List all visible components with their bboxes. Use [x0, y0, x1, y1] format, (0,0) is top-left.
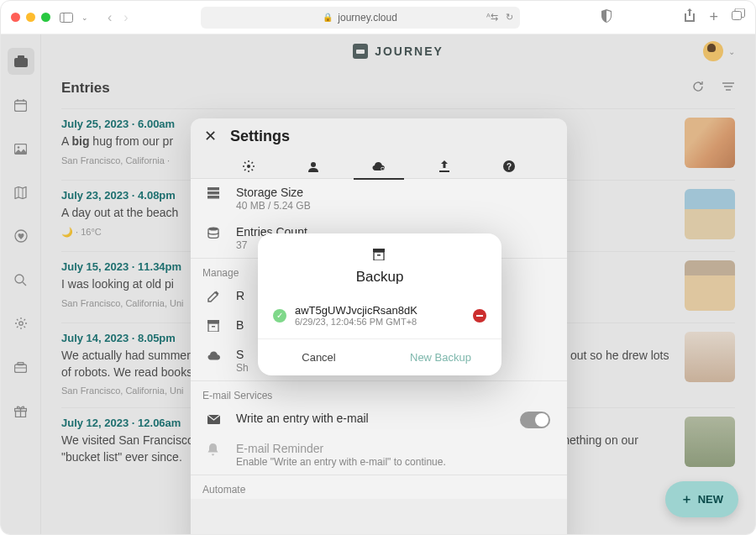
backup-title: Backup [356, 269, 404, 286]
tab-cloud[interactable] [362, 154, 396, 179]
svg-rect-17 [15, 365, 27, 373]
lock-icon: 🔒 [323, 13, 333, 22]
sort-icon[interactable] [722, 80, 735, 97]
settings-title: Settings [230, 128, 290, 145]
forward-icon[interactable]: › [123, 10, 128, 25]
tabs-icon[interactable] [732, 8, 745, 26]
maximize-window-icon[interactable] [41, 13, 50, 22]
bell-icon [207, 443, 223, 459]
backup-dialog: Backup ✓ awT5gUWJvcjicRsan8dK 6/29/23, 1… [258, 233, 501, 375]
new-entry-button[interactable]: ＋ NEW [665, 481, 738, 517]
storage-size-value: 40 MB / 5.24 GB [236, 200, 550, 212]
tab-account[interactable] [297, 154, 330, 179]
tab-help[interactable]: ? [492, 154, 526, 179]
check-icon: ✓ [273, 309, 286, 323]
new-tab-icon[interactable]: + [709, 8, 718, 26]
svg-line-15 [23, 282, 26, 286]
entry-thumbnail [685, 118, 735, 168]
archive-icon [373, 249, 386, 262]
svg-rect-41 [374, 252, 384, 260]
plus-icon: ＋ [680, 491, 693, 507]
backup-timestamp: 6/29/23, 12:04:56 PM GMT+8 [295, 317, 465, 327]
rail-plugins-icon[interactable] [8, 354, 34, 380]
minimize-window-icon[interactable] [26, 13, 35, 22]
back-icon[interactable]: ‹ [108, 10, 112, 25]
svg-rect-34 [207, 196, 219, 199]
chevron-down-icon[interactable]: ⌄ [77, 10, 92, 25]
chevron-down-icon: ⌄ [728, 47, 735, 56]
database-icon [207, 227, 223, 241]
svg-point-29 [381, 167, 384, 170]
rail-media-icon[interactable] [8, 135, 34, 162]
svg-rect-5 [15, 101, 27, 112]
rail-gift-icon[interactable] [8, 397, 34, 424]
rail-wellness-icon[interactable] [8, 223, 34, 249]
refresh-icon[interactable]: ↻ [506, 12, 513, 23]
svg-rect-33 [207, 191, 219, 195]
mail-icon [207, 413, 223, 427]
svg-point-10 [18, 146, 20, 149]
close-window-icon[interactable] [11, 13, 20, 22]
svg-point-14 [15, 275, 24, 283]
privacy-shield-icon[interactable] [601, 9, 612, 26]
backup-item: ✓ awT5gUWJvcjicRsan8dK 6/29/23, 12:04:56… [258, 297, 501, 338]
svg-rect-4 [18, 55, 24, 59]
rail-calendar-icon[interactable] [8, 92, 34, 118]
svg-rect-2 [732, 12, 741, 20]
browser-toolbar: ⌄ ‹ › 🔒 journey.cloud ᴬ⇆ ↻ + [1, 1, 755, 34]
svg-point-26 [247, 165, 250, 168]
svg-rect-32 [207, 187, 219, 191]
entry-thumbnail [685, 189, 735, 239]
svg-rect-37 [208, 323, 218, 332]
moon-icon: 🌙 [61, 227, 73, 237]
svg-point-16 [18, 322, 22, 325]
tab-export[interactable] [428, 154, 461, 179]
share-icon[interactable] [684, 8, 696, 26]
url-text: journey.cloud [338, 12, 397, 24]
delete-backup-icon[interactable] [473, 309, 486, 323]
svg-point-35 [208, 228, 218, 231]
app-brand: JOURNEY [375, 45, 444, 58]
tab-general[interactable] [232, 154, 265, 179]
storage-icon [207, 187, 223, 202]
entry-thumbnail [685, 417, 735, 467]
archive-icon [207, 320, 223, 334]
backup-id: awT5gUWJvcjicRsan8dK [295, 304, 465, 317]
svg-rect-0 [60, 13, 73, 22]
sidebar-icon[interactable] [59, 10, 74, 25]
automate-heading: Automate [191, 475, 567, 499]
journey-logo-icon [353, 44, 368, 59]
svg-point-27 [311, 162, 316, 167]
email-services-heading: E-mail Services [191, 380, 567, 405]
left-nav-rail [1, 34, 41, 534]
write-email-toggle[interactable] [520, 412, 550, 428]
user-menu[interactable]: ⌄ [703, 41, 735, 61]
close-icon[interactable]: ✕ [204, 127, 217, 145]
edit-icon [207, 291, 223, 305]
rail-settings-icon[interactable] [8, 310, 34, 337]
email-reminder-row[interactable]: E-mail Reminder Enable "Write an entry w… [191, 435, 567, 475]
avatar-icon [703, 41, 723, 61]
svg-text:?: ? [507, 161, 512, 170]
entry-thumbnail [685, 260, 735, 311]
address-bar[interactable]: 🔒 journey.cloud ᴬ⇆ ↻ [201, 7, 520, 29]
translate-icon[interactable]: ᴬ⇆ [486, 12, 498, 23]
svg-rect-42 [377, 254, 381, 256]
rail-map-icon[interactable] [8, 179, 34, 206]
new-backup-button[interactable]: New Backup [380, 339, 501, 375]
storage-size-label: Storage Size [236, 186, 550, 199]
entry-thumbnail [685, 332, 735, 382]
svg-rect-38 [212, 326, 215, 328]
sync-icon[interactable] [691, 80, 705, 97]
rail-search-icon[interactable] [8, 266, 34, 293]
rail-entries-icon[interactable] [8, 48, 34, 75]
svg-rect-18 [18, 362, 24, 365]
entries-heading: Entries [61, 80, 110, 97]
cloud-sync-icon [207, 349, 223, 363]
svg-rect-3 [14, 58, 28, 67]
cancel-button[interactable]: Cancel [258, 339, 380, 375]
window-controls [11, 13, 50, 22]
write-email-row[interactable]: Write an entry with e-mail [191, 405, 567, 435]
